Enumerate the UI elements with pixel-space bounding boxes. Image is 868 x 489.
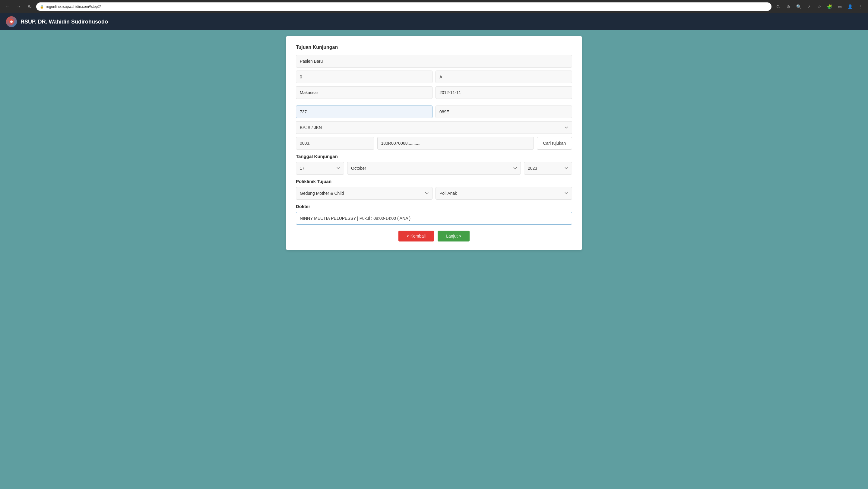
back-button[interactable]: ← [4, 2, 12, 11]
svg-point-0 [10, 21, 13, 23]
rujukan-field [377, 137, 534, 150]
app-title: RSUP. DR. Wahidin Sudirohusodo [21, 19, 108, 25]
id-input[interactable] [296, 70, 433, 83]
profile-icon[interactable]: 👤 [846, 2, 854, 11]
a-field [435, 70, 572, 83]
form-card: Tujuan Kunjungan [286, 36, 582, 250]
browser-actions: G ⊕ 🔍 ↗ ☆ 🧩 ▭ 👤 ⋮ [774, 2, 864, 11]
city-input[interactable] [296, 86, 433, 99]
birthdate-field [435, 86, 572, 99]
gedung-field: Gedung Mother & Child [296, 187, 433, 200]
bpjs-field: BPJS / JKN Umum BPJS Non JKN [296, 121, 572, 134]
phone-field [435, 105, 572, 118]
bookmark-icon[interactable]: ☆ [815, 2, 824, 11]
kembali-button[interactable]: < Kembali [398, 231, 434, 241]
main-content: Tujuan Kunjungan [0, 30, 868, 256]
city-field [296, 86, 433, 99]
translate-icon[interactable]: ⊕ [784, 2, 793, 11]
app-logo [6, 16, 17, 27]
menu-icon[interactable]: ⋮ [856, 2, 864, 11]
bpjs-group: BPJS / JKN Umum BPJS Non JKN [296, 121, 572, 134]
day-field: 17 [296, 162, 344, 174]
gedung-select[interactable]: Gedung Mother & Child [296, 187, 433, 200]
date-row: 17 January February March April May June… [296, 162, 572, 174]
app-header: RSUP. DR. Wahidin Sudirohusodo [0, 13, 868, 30]
poli-select[interactable]: Poli Anak [435, 187, 572, 200]
nik-input[interactable] [296, 105, 433, 118]
dokter-section: Dokter NINNY MEUTIA PELUPESSY | Pukul : … [296, 204, 572, 225]
bpjs-select[interactable]: BPJS / JKN Umum BPJS Non JKN [296, 121, 572, 134]
nik-field [296, 105, 433, 118]
lanjut-button[interactable]: Lanjut > [438, 231, 470, 241]
poliklinik-row: Gedung Mother & Child Poli Anak [296, 187, 572, 200]
phone-input[interactable] [435, 105, 572, 118]
year-field: 2023 2024 2025 [524, 162, 572, 174]
search-icon[interactable]: 🔍 [795, 2, 803, 11]
id-row [296, 70, 572, 83]
poli-field: Poli Anak [435, 187, 572, 200]
dokter-title: Dokter [296, 204, 572, 209]
poliklinik-title: Poliklinik Tujuan [296, 179, 572, 184]
code-field [296, 137, 374, 150]
pasien-baru-group [296, 55, 572, 68]
birthdate-input[interactable] [435, 86, 572, 99]
url-text: regonline.rsupwahidin.com//step2/ [46, 4, 101, 9]
month-select[interactable]: January February March April May June Ju… [347, 162, 521, 174]
forward-button[interactable]: → [14, 2, 23, 11]
pasien-baru-input[interactable] [296, 55, 572, 68]
google-icon[interactable]: G [774, 2, 782, 11]
lock-icon: 🔒 [40, 5, 44, 9]
year-select[interactable]: 2023 2024 2025 [524, 162, 572, 174]
tanggal-title: Tanggal Kunjungan [296, 154, 572, 159]
a-input[interactable] [435, 70, 572, 83]
location-row [296, 86, 572, 99]
action-buttons: < Kembali Lanjut > [296, 231, 572, 241]
day-select[interactable]: 17 [296, 162, 344, 174]
code-input[interactable] [296, 137, 374, 150]
nik-row [296, 105, 572, 118]
section-title: Tujuan Kunjungan [296, 44, 572, 50]
month-field: January February March April May June Ju… [347, 162, 521, 174]
browser-chrome: ← → ↻ 🔒 regonline.rsupwahidin.com//step2… [0, 0, 868, 13]
window-icon[interactable]: ▭ [835, 2, 844, 11]
dokter-select[interactable]: NINNY MEUTIA PELUPESSY | Pukul : 08:00-1… [296, 212, 572, 225]
pasien-baru-field [296, 55, 572, 68]
rujukan-input[interactable] [377, 137, 534, 150]
address-bar[interactable]: 🔒 regonline.rsupwahidin.com//step2/ [36, 2, 772, 11]
id-field [296, 70, 433, 83]
extension-icon[interactable]: 🧩 [825, 2, 834, 11]
dokter-field: NINNY MEUTIA PELUPESSY | Pukul : 08:00-1… [296, 212, 572, 225]
rujukan-row: Cari rujukan [296, 137, 572, 150]
cari-rujukan-button[interactable]: Cari rujukan [537, 137, 572, 150]
reload-button[interactable]: ↻ [25, 2, 34, 11]
share-icon[interactable]: ↗ [805, 2, 813, 11]
